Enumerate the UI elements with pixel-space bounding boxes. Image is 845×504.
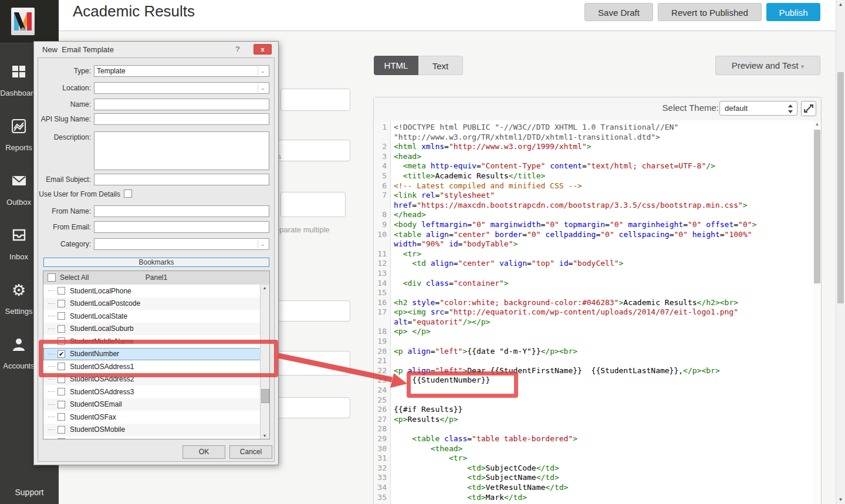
- code-line[interactable]: 19: [374, 337, 813, 347]
- email-subject-field[interactable]: [94, 174, 269, 185]
- code-line[interactable]: 3<head>: [374, 152, 813, 162]
- code-line[interactable]: 18<p> </p>: [374, 327, 813, 337]
- name-field[interactable]: [94, 99, 269, 110]
- close-icon[interactable]: x: [254, 44, 272, 55]
- api-slug-name-field[interactable]: [94, 113, 269, 125]
- bookmark-item[interactable]: ✔StudentNumber: [43, 348, 261, 361]
- bookmark-checkbox[interactable]: [58, 401, 65, 408]
- bookmark-item[interactable]: StudentOSPhone: [43, 436, 261, 439]
- bookmark-checkbox[interactable]: [58, 337, 65, 345]
- bookmark-checkbox[interactable]: [58, 413, 65, 421]
- code-line[interactable]: 4 <meta http-equiv="Content-Type" conten…: [374, 161, 813, 171]
- scroll-up-icon[interactable]: ▲: [836, 2, 845, 7]
- bookmark-checkbox[interactable]: [58, 388, 65, 395]
- scroll-up-icon[interactable]: ▲: [813, 121, 821, 127]
- bookmark-checkbox[interactable]: [58, 426, 65, 434]
- bookmark-item[interactable]: StudentOSMobile: [43, 424, 261, 437]
- page-scrollbar-thumb[interactable]: [837, 72, 844, 303]
- code-line[interactable]: 20<p align="left">{{date "d-m-Y"}}</p><b…: [374, 347, 813, 357]
- editor-scrollbar-thumb[interactable]: [814, 130, 820, 283]
- code-line[interactable]: 28: [374, 424, 813, 434]
- theme-select[interactable]: default: [719, 101, 797, 116]
- bookmark-list-scrollbar[interactable]: ▲ ▼: [260, 285, 269, 439]
- bookmark-item[interactable]: StudentLocalPostcode: [43, 297, 261, 310]
- sidebar-item-support[interactable]: Support: [0, 488, 59, 497]
- location-select[interactable]: ⌄: [94, 82, 269, 94]
- publish-button[interactable]: Publish: [766, 3, 820, 21]
- background-input[interactable]: [273, 140, 350, 161]
- sidebar-item-reports[interactable]: Reports: [0, 115, 38, 170]
- scroll-down-icon[interactable]: ▼: [261, 434, 269, 438]
- code-line[interactable]: 29 <table class="table table-bordered">: [374, 434, 813, 444]
- code-line[interactable]: 21: [374, 356, 813, 366]
- code-line[interactable]: 6<!-- Latest compiled and minified CSS -…: [374, 181, 813, 191]
- code-line[interactable]: 5 <title>Academic Results</title>: [374, 171, 813, 181]
- ok-button[interactable]: OK: [182, 445, 225, 459]
- scroll-down-icon[interactable]: ▼: [836, 497, 845, 502]
- background-input[interactable]: [273, 300, 350, 322]
- bookmark-checkbox[interactable]: [58, 312, 65, 320]
- save-draft-button[interactable]: Save Draft: [584, 3, 653, 21]
- code-line[interactable]: 33 <td>SubjectName</td>: [374, 473, 813, 483]
- type-select[interactable]: Template⌄: [94, 65, 269, 77]
- background-input[interactable]: [273, 351, 350, 376]
- from-name-field[interactable]: [94, 205, 269, 217]
- sidebar-item-accounts[interactable]: Accounts: [0, 333, 38, 388]
- sidebar-item-outbox[interactable]: Outbox: [0, 170, 38, 224]
- revert-to-published-button[interactable]: Revert to Published: [658, 3, 762, 21]
- code-line[interactable]: 14 <div class="container">: [374, 279, 813, 289]
- sidebar-item-inbox[interactable]: Inbox: [0, 224, 38, 279]
- category-select[interactable]: ⌄: [94, 238, 269, 250]
- bookmark-item[interactable]: StudentOSFax: [43, 411, 261, 424]
- bookmark-checkbox[interactable]: [58, 376, 65, 383]
- use-user-checkbox[interactable]: [124, 190, 132, 198]
- bookmark-checkbox[interactable]: [58, 300, 65, 307]
- background-input[interactable]: [273, 397, 350, 418]
- bookmark-checkbox[interactable]: [58, 287, 65, 295]
- bookmark-checkbox[interactable]: ✔: [58, 350, 65, 358]
- page-scrollbar[interactable]: ▲ ▼: [836, 0, 845, 504]
- code-line[interactable]: 34 <td>VetResultName</td>: [374, 483, 813, 493]
- bookmark-item[interactable]: StudentOSAddress2: [43, 373, 261, 386]
- bookmark-item[interactable]: StudentLocalState: [43, 310, 261, 323]
- bookmark-item[interactable]: StudentOSAddress3: [43, 385, 261, 398]
- bookmark-checkbox[interactable]: [58, 438, 65, 439]
- code-line[interactable]: 27<p>Results</p>: [374, 415, 813, 425]
- sidebar-item-settings[interactable]: ⚙ Settings: [0, 279, 38, 333]
- from-email-field[interactable]: [94, 221, 269, 233]
- code-line[interactable]: 16<h2 style="color:white; background-col…: [374, 298, 813, 308]
- sidebar-item-dashboard[interactable]: Dashboard: [0, 60, 38, 115]
- description-field[interactable]: [94, 131, 269, 170]
- code-line[interactable]: 23 {{StudentNumber}}: [374, 376, 813, 385]
- dialog-titlebar[interactable]: New Email Template ? x: [34, 42, 278, 57]
- code-line[interactable]: 17<p><img src="http://equatorit.com/wp-c…: [374, 307, 813, 327]
- code-line[interactable]: 26{{#if Results}}: [374, 405, 813, 415]
- bookmark-scrollbar-thumb[interactable]: [261, 389, 269, 403]
- code-line[interactable]: 10<table align="center" border="0" cellp…: [374, 230, 813, 249]
- editor-scrollbar[interactable]: ▲: [813, 120, 821, 504]
- bookmark-checkbox[interactable]: [58, 363, 65, 370]
- tab-text[interactable]: Text: [418, 56, 463, 75]
- tab-html[interactable]: HTML: [374, 56, 418, 75]
- bookmark-item[interactable]: StudentOSAddress1: [43, 360, 261, 373]
- code-line[interactable]: 12 <td align="center" valign="top" id="b…: [374, 259, 813, 269]
- bookmark-item[interactable]: StudentLocalPhone: [43, 285, 261, 297]
- bookmark-item[interactable]: StudentOSEmail: [43, 398, 261, 411]
- bookmark-item[interactable]: StudentMiddleName: [43, 335, 261, 348]
- code-line[interactable]: 30 <thead>: [374, 444, 813, 454]
- code-line[interactable]: 22<p align="left">Dear {{StudentFirstNam…: [374, 366, 813, 376]
- code-line[interactable]: 9<body leftmargin="0" marginwidth="0" to…: [374, 220, 813, 230]
- app-logo[interactable]: [11, 8, 35, 35]
- background-input[interactable]: [280, 192, 346, 217]
- fullscreen-expand-icon[interactable]: [801, 101, 816, 116]
- cancel-button[interactable]: Cancel: [229, 445, 272, 459]
- code-line[interactable]: 24: [374, 385, 813, 395]
- code-line[interactable]: 35 <td>Mark</td>: [374, 493, 813, 503]
- background-input[interactable]: [280, 89, 350, 111]
- preview-and-test-button[interactable]: Preview and Test ▾: [715, 56, 820, 75]
- help-icon[interactable]: ?: [235, 45, 240, 53]
- code-line[interactable]: 31 <tr>: [374, 454, 813, 464]
- code-line[interactable]: 8</head>: [374, 210, 813, 220]
- code-line[interactable]: 11 <tr>: [374, 249, 813, 259]
- code-line[interactable]: 25: [374, 395, 813, 405]
